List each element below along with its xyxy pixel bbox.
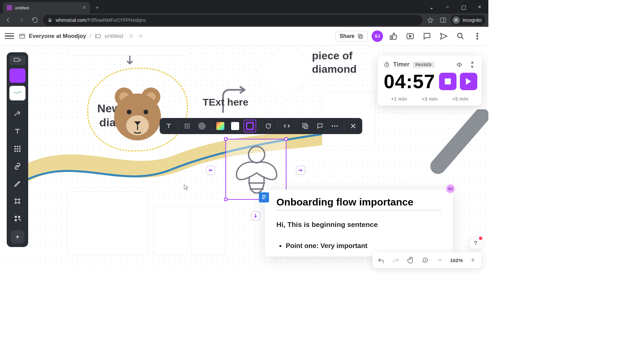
timer-add-3min[interactable]: +3 min [422, 96, 438, 102]
zoom-in-button[interactable]: + [467, 254, 479, 266]
ctx-duplicate-tool[interactable] [299, 120, 312, 132]
zoom-level[interactable]: 162% [449, 257, 464, 263]
svg-point-37 [249, 146, 265, 163]
sticky-note-tool[interactable] [9, 68, 25, 82]
history-button[interactable] [419, 254, 431, 266]
timer-icon [384, 62, 390, 68]
canvas-controls: − 162% + [372, 252, 482, 268]
canvas-text-here[interactable]: TExt here [203, 97, 249, 108]
side-panel-icon[interactable] [438, 15, 448, 25]
close-window-icon[interactable]: × [472, 2, 487, 12]
canvas-text-diamond[interactable]: diamond [312, 63, 357, 75]
svg-point-39 [186, 124, 187, 125]
resize-handle-ne[interactable] [284, 137, 288, 141]
tool-mode-selector[interactable] [9, 56, 25, 65]
redo-button[interactable] [390, 254, 402, 266]
incognito-badge[interactable]: Incognito [450, 15, 486, 25]
connector-handle-bottom[interactable] [251, 211, 260, 221]
doc-card-title[interactable]: Onboarding flow importance [276, 196, 441, 210]
canvas-text-piece[interactable]: piece of [312, 50, 353, 62]
doc-card-icon [259, 192, 269, 202]
svg-rect-55 [262, 198, 265, 199]
comments-icon[interactable] [421, 30, 433, 43]
link-tool[interactable] [9, 159, 25, 173]
doc-card-bullet[interactable]: Point one: Very important [286, 242, 441, 250]
ctx-constrain-tool[interactable] [280, 120, 293, 132]
ctx-border-swatch[interactable] [244, 120, 256, 132]
send-icon[interactable] [437, 30, 450, 43]
hand-tool-button[interactable] [405, 254, 417, 266]
ctx-grid-tool[interactable] [181, 120, 194, 132]
svg-rect-3 [20, 34, 25, 38]
forward-button[interactable] [16, 15, 27, 25]
arrow-down-icon [126, 55, 134, 66]
reload-button[interactable] [30, 15, 40, 25]
grid-tool[interactable] [9, 142, 25, 156]
ctx-fill-swatch[interactable] [229, 120, 241, 132]
ctx-text-tool[interactable] [162, 120, 175, 132]
svg-point-51 [336, 125, 338, 127]
menu-button[interactable] [5, 32, 14, 41]
help-button[interactable]: ? [470, 237, 482, 249]
minimize-icon[interactable]: − [440, 2, 455, 12]
components-tool[interactable] [9, 212, 25, 226]
bookmark-icon[interactable] [425, 15, 436, 25]
doc-card-body[interactable]: Hi, This is beginning sentence [276, 221, 441, 229]
present-icon[interactable] [404, 30, 417, 43]
ctx-more-tool[interactable] [328, 120, 341, 132]
back-button[interactable] [3, 15, 13, 25]
text-tool[interactable] [9, 124, 25, 138]
timer-add-1min[interactable]: +1 min [391, 96, 407, 102]
svg-point-42 [186, 125, 187, 126]
maximize-icon[interactable]: ▢ [456, 2, 471, 12]
pencil-tool[interactable] [9, 177, 25, 191]
zoom-out-button[interactable]: − [434, 254, 446, 266]
ctx-close-button[interactable] [347, 120, 360, 132]
connector-handle-left[interactable] [206, 166, 215, 175]
frame-tool[interactable] [9, 194, 25, 208]
add-tool-button[interactable]: + [11, 230, 24, 244]
undo-button[interactable] [375, 254, 387, 266]
doc-title[interactable]: untitled [105, 33, 123, 40]
cursor-icon [184, 184, 189, 190]
resize-handle-sw[interactable] [224, 198, 227, 201]
timer-sound-icon[interactable] [456, 61, 463, 68]
timer-stop-button[interactable] [439, 73, 457, 90]
svg-point-43 [189, 125, 190, 126]
connector-handle-right[interactable] [296, 166, 305, 175]
more-icon[interactable] [471, 30, 484, 43]
ctx-shape-circle[interactable] [196, 120, 208, 132]
search-icon[interactable] [454, 30, 467, 43]
sync-icon[interactable]: ⟳ [139, 34, 143, 39]
wireframe-frame-shape[interactable] [60, 185, 228, 265]
svg-point-40 [189, 124, 190, 125]
timer-add-5min[interactable]: +5 min [452, 96, 468, 102]
card-shape[interactable] [69, 46, 190, 56]
ctx-rotate-tool[interactable] [262, 120, 275, 132]
tabs-dropdown-icon[interactable]: ⌄ [424, 2, 439, 12]
browser-tab[interactable]: untitled × [3, 2, 90, 13]
avatar[interactable]: SJ [372, 31, 383, 42]
workspace-name[interactable]: Everyone at Moodjoy [29, 33, 86, 40]
card-tool[interactable] [9, 86, 25, 100]
new-tab-button[interactable]: + [93, 3, 102, 12]
timer-label: Timer [393, 61, 410, 68]
svg-point-50 [334, 125, 335, 127]
doc-card[interactable]: Onboarding flow importance Hi, This is b… [265, 190, 453, 256]
ctx-image-swatch[interactable] [214, 120, 227, 132]
svg-rect-54 [262, 197, 266, 197]
share-button[interactable]: Share [335, 31, 368, 42]
favorite-icon[interactable]: ☆ [128, 33, 133, 40]
resize-handle-nw[interactable] [224, 137, 227, 141]
timer-play-button[interactable] [460, 73, 477, 90]
doc-type-icon [95, 33, 101, 40]
timer-panel: Timer PAUSED 04:57 +1 min +3 min +5 min [378, 56, 482, 106]
ctx-comment-tool[interactable] [314, 120, 326, 132]
connector-tool[interactable] [9, 107, 25, 121]
svg-point-14 [14, 146, 16, 147]
url-field[interactable]: whimsical.com/P3f5owNMFvr2YFPHxsbjns [43, 15, 422, 25]
like-icon[interactable] [387, 30, 400, 43]
canvas[interactable]: + New dia TExt here piece of diamond [0, 46, 488, 274]
timer-collapse-icon[interactable] [469, 61, 476, 68]
close-tab-icon[interactable]: × [83, 5, 86, 11]
